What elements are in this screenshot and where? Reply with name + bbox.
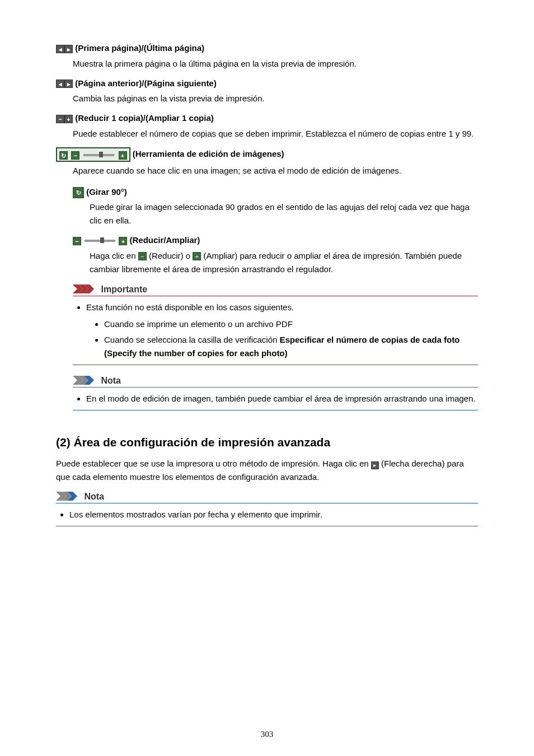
section-description: Puede establecer que se use la impresora…: [56, 457, 478, 484]
important-bullet: Cuando se imprime un elemento o un archi…: [104, 318, 478, 331]
text: Cuando se selecciona la casilla de verif…: [104, 335, 280, 344]
item-reduce-enlarge: − + (Reducir/Ampliar): [73, 234, 478, 247]
item-reduce-enlarge-copy: −+ (Reducir 1 copia)/(Ampliar 1 copia): [56, 112, 478, 125]
zoom-out-icon: −: [71, 151, 79, 160]
item-description: Muestra la primera página o la última pá…: [73, 57, 478, 71]
image-edit-toolbar-icon: ↻ − +: [56, 147, 130, 162]
rotate-icon: ↻: [73, 187, 84, 198]
page-number: 303: [0, 730, 534, 739]
item-first-last-page: ◂▸ (Primera página)/(Última página): [56, 42, 478, 55]
text: Puede establecer que se use la impresora…: [56, 459, 371, 468]
rotate-icon: ↻: [59, 151, 68, 160]
text: Haga clic en: [90, 251, 138, 260]
prev-page-icon: ◂: [56, 80, 64, 88]
item-description: Puede establecer el número de copias que…: [73, 127, 478, 141]
item-description: Aparece cuando se hace clic en una image…: [73, 164, 478, 178]
zoom-in-icon: +: [193, 252, 201, 260]
item-prev-next-page: ◂▸ (Página anterior)/(Página siguiente): [56, 77, 478, 90]
note-text: En el modo de edición de imagen, también…: [86, 392, 478, 405]
note-icon: [73, 376, 95, 385]
important-heading: Importante: [101, 284, 147, 294]
next-page-icon: ▸: [64, 80, 73, 88]
item-image-edit-tool: ↻ − + (Herramienta de edición de imágene…: [56, 147, 478, 162]
first-page-icon: ◂: [56, 45, 64, 53]
important-intro: Esta función no está disponible en los c…: [86, 301, 478, 314]
section-heading: (2) Área de configuración de impresión a…: [56, 436, 478, 449]
item-title: (Reducir 1 copia)/(Ampliar 1 copia): [75, 113, 214, 123]
item-title: (Reducir/Ampliar): [130, 235, 200, 245]
plus-icon: +: [64, 115, 73, 123]
item-title: (Girar 90°): [86, 187, 127, 197]
important-bullet: Cuando se selecciona la casilla de verif…: [104, 333, 478, 360]
item-description: Puede girar la imagen seleccionada 90 gr…: [90, 200, 478, 227]
item-title: (Primera página)/(Última página): [75, 43, 204, 53]
note-callout: Nota Los elementos mostrados varían por …: [56, 492, 478, 529]
minus-icon: −: [56, 115, 64, 123]
zoom-out-icon: −: [138, 252, 147, 260]
text: (Reducir) o: [149, 251, 193, 260]
zoom-in-icon: +: [119, 151, 127, 160]
item-title: (Página anterior)/(Página siguiente): [75, 78, 217, 88]
item-description: Cambia las páginas en la vista previa de…: [73, 92, 478, 105]
zoom-in-icon: +: [119, 237, 127, 245]
zoom-out-icon: −: [73, 237, 81, 245]
text: (Flecha derecha): [381, 459, 444, 468]
zoom-slider-icon: [85, 240, 115, 242]
last-page-icon: ▸: [64, 45, 73, 53]
note-heading: Nota: [101, 376, 121, 385]
item-description: Haga clic en − (Reducir) o + (Ampliar) p…: [90, 249, 478, 276]
item-title: (Herramienta de edición de imágenes): [133, 148, 284, 158]
item-rotate-90: ↻ (Girar 90°): [73, 186, 478, 199]
important-callout: Importante Esta función no está disponib…: [73, 284, 478, 368]
note-heading: Nota: [84, 492, 104, 501]
zoom-slider-icon: [83, 154, 114, 156]
note-callout: Nota En el modo de edición de imagen, ta…: [73, 376, 478, 413]
note-text: Los elementos mostrados varían por fecha…: [69, 508, 478, 521]
note-icon: [56, 492, 78, 501]
important-icon: [73, 284, 95, 293]
right-arrow-icon: ▸: [371, 461, 379, 469]
